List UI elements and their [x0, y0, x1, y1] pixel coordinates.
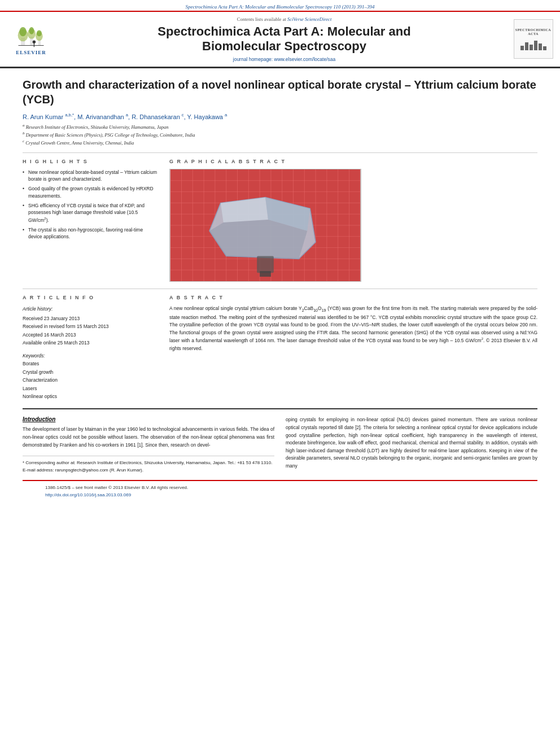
- available-date: Available online 25 March 2013: [23, 339, 158, 347]
- bar-6: [543, 46, 546, 50]
- bottom-bar: 1386-1425/$ – see front matter © 2013 El…: [23, 480, 537, 503]
- abstract-section: A B S T R A C T A new nonlinear optical …: [169, 295, 537, 401]
- sciverse-link[interactable]: SciVerse ScienceDirect: [287, 16, 331, 22]
- spectrochimica-logo: SPECTROCHIMICAACTA: [514, 19, 553, 59]
- svg-point-2: [19, 27, 27, 36]
- keyword-crystal-growth: Crystal growth: [23, 368, 158, 376]
- top-citation-bar: Spectrochimica Acta Part A: Molecular an…: [0, 0, 560, 12]
- affiliation-a: a Research Institute of Electronics, Shi…: [23, 123, 537, 131]
- svg-rect-42: [257, 256, 274, 273]
- svg-point-5: [29, 27, 34, 34]
- elsevier-tree-icon: [14, 23, 48, 48]
- affiliation-c: c Crystal Growth Centre, Anna University…: [23, 139, 537, 147]
- footnote-email: E-mail address: rarunpsgtech@yahoo.com (…: [23, 467, 274, 474]
- crystal-svg: [170, 169, 361, 281]
- footnotes: * Corresponding author at: Research Inst…: [23, 456, 274, 474]
- graphical-abstract-label: G R A P H I C A L A B S T R A C T: [169, 159, 537, 164]
- copyright-text: 1386-1425/$ – see front matter © 2013 El…: [45, 485, 188, 490]
- highlight-item-3: SHG efficiency of YCB crystal is twice t…: [23, 202, 158, 224]
- highlights-section: H I G H L I G H T S New nonlinear optica…: [23, 159, 158, 282]
- sciverse-line: Contents lists available at SciVerse Sci…: [62, 16, 506, 22]
- graphical-abstract-image: [169, 169, 361, 282]
- journal-header: ELSEVIER Contents lists available at Sci…: [0, 12, 560, 68]
- divider-1: [23, 152, 537, 153]
- authors-line: R. Arun Kumar a,b,*, M. Arivanandhan a, …: [23, 112, 537, 120]
- journal-logo-right: SPECTROCHIMICAACTA: [512, 16, 554, 62]
- received-revised-date: Received in revised form 15 March 2013: [23, 322, 158, 330]
- accepted-date: Accepted 16 March 2013: [23, 331, 158, 339]
- body-col-right: oping crystals for employing in non-line…: [286, 416, 537, 474]
- highlights-list: New nonlinear optical borate-based cryst…: [23, 169, 158, 241]
- highlights-label: H I G H L I G H T S: [23, 159, 158, 164]
- highlight-item-1: New nonlinear optical borate-based cryst…: [23, 169, 158, 184]
- body-col-left: Introduction The development of laser by…: [23, 416, 274, 474]
- abstract-text: A new nonlinear optical single crystal y…: [169, 305, 537, 353]
- highlight-item-2: Good quality of the grown crystals is ev…: [23, 185, 158, 200]
- keyword-borates: Borates: [23, 360, 158, 368]
- svg-point-10: [33, 41, 36, 43]
- bar-1: [520, 46, 524, 50]
- footnote-1: * Corresponding author at: Research Inst…: [23, 460, 274, 467]
- keywords-section: Keywords: Borates Crystal growth Charact…: [23, 352, 158, 401]
- history-label: Article history:: [23, 305, 158, 313]
- intro-text-col1: The development of laser by Maiman in th…: [23, 426, 274, 449]
- bar-5: [539, 43, 542, 50]
- received-date: Received 23 January 2013: [23, 314, 158, 322]
- intro-text-col2: oping crystals for employing in non-line…: [286, 416, 537, 470]
- elsevier-logo-area: ELSEVIER: [6, 16, 56, 62]
- page-wrapper: Spectrochimica Acta Part A: Molecular an…: [0, 0, 560, 747]
- highlight-item-4: The crystal is also non-hygroscopic, fav…: [23, 226, 158, 241]
- journal-title: Spectrochimica Acta Part A: Molecular an…: [62, 24, 506, 54]
- article-body: Introduction The development of laser by…: [23, 408, 537, 474]
- article-title: Growth and characterization of a novel n…: [23, 77, 537, 107]
- article-content: Growth and characterization of a novel n…: [0, 68, 560, 508]
- svg-point-8: [37, 30, 42, 37]
- svg-rect-43: [260, 271, 271, 277]
- keyword-characterization: Characterization: [23, 376, 158, 384]
- abstract-label: A B S T R A C T: [169, 295, 537, 300]
- graphical-abstract-section: G R A P H I C A L A B S T R A C T: [169, 159, 537, 282]
- article-info-abstract-section: A R T I C L E I N F O Article history: R…: [23, 289, 537, 401]
- affiliation-b: b Department of Basic Sciences (Physics)…: [23, 131, 537, 139]
- bar-4: [534, 41, 537, 50]
- logo-title-text: SPECTROCHIMICAACTA: [515, 28, 551, 37]
- keywords-label: Keywords:: [23, 352, 158, 360]
- highlights-graphical-section: H I G H L I G H T S New nonlinear optica…: [23, 159, 537, 282]
- keyword-lasers: Lasers: [23, 385, 158, 392]
- keyword-nonlinear-optics: Nonlinear optics: [23, 392, 158, 400]
- journal-homepage: journal homepage: www.elsevier.com/locat…: [62, 56, 506, 62]
- doi-link[interactable]: http://dx.doi.org/10.1016/j.saa.2013.03.…: [45, 492, 131, 497]
- journal-center-info: Contents lists available at SciVerse Sci…: [62, 16, 506, 62]
- bar-2: [525, 42, 528, 50]
- bar-3: [530, 45, 533, 50]
- article-info-label: A R T I C L E I N F O: [23, 295, 158, 300]
- article-history: Article history: Received 23 January 201…: [23, 305, 158, 347]
- logo-chart: [520, 39, 546, 50]
- elsevier-brand-text: ELSEVIER: [16, 50, 46, 55]
- affiliations: a Research Institute of Electronics, Shi…: [23, 123, 537, 146]
- citation-text: Spectrochimica Acta Part A: Molecular an…: [186, 4, 375, 10]
- intro-heading: Introduction: [23, 416, 274, 422]
- article-info-left: A R T I C L E I N F O Article history: R…: [23, 295, 158, 401]
